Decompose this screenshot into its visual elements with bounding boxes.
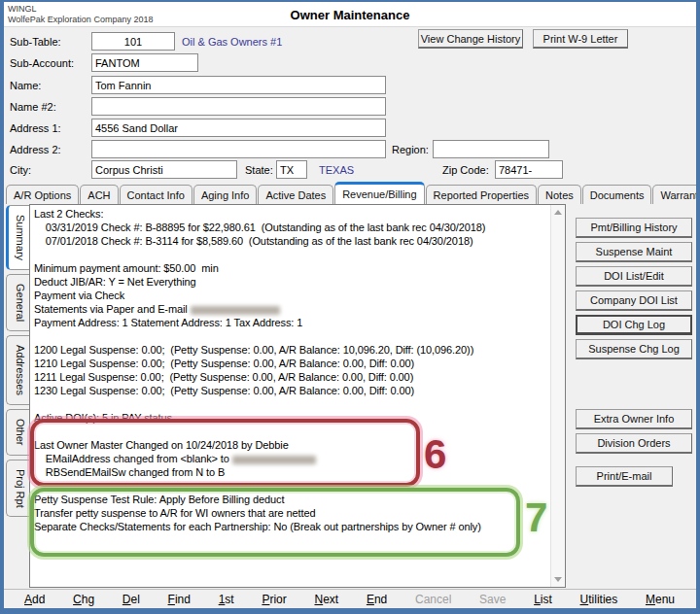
side-tab-summary[interactable]: Summary: [6, 205, 29, 270]
panel-line: Last Owner Master Changed on 10/24/2018 …: [34, 438, 548, 452]
doi-chg-log-button[interactable]: DOI Chg Log: [576, 315, 692, 335]
address2-input[interactable]: [91, 140, 386, 158]
panel-line: 03/31/2019 Check #: B-88895 for $22,980.…: [34, 221, 548, 234]
panel-line: [34, 425, 548, 438]
print-w9-letter-button[interactable]: Print W-9 Letter: [533, 29, 628, 49]
city-label: City:: [10, 164, 31, 176]
address2-label: Address 2:: [10, 144, 61, 155]
menu-del[interactable]: Del: [122, 593, 140, 606]
panel-line: 07/01/2018 Check #: B-3114 for $8,589.60…: [34, 234, 548, 248]
email-change-text: EMailAddress changed from <blank> to: [34, 453, 232, 464]
title-bar: WINGL WolfePak Exploration Company 2018 …: [4, 2, 696, 27]
window-title: Owner Maintenance: [4, 8, 696, 22]
menu-save: Save: [479, 593, 506, 606]
tab-ar-options[interactable]: A/R Options: [6, 185, 79, 204]
company-doi-list-button[interactable]: Company DOI List: [576, 290, 692, 311]
panel-line: [34, 397, 548, 411]
panel-line: 1230 Legal Suspense: 0.00; (Petty Suspen…: [34, 384, 548, 397]
state-label: State:: [245, 164, 273, 176]
menu-cancel: Cancel: [415, 593, 451, 606]
revenue-billing-panel: Last 2 Checks: 03/31/2019 Check #: B-888…: [29, 204, 566, 588]
print-email-button[interactable]: Print/E-mail: [576, 466, 673, 487]
panel-line: 1211 Legal Suspense: 0.00; (Petty Suspen…: [34, 370, 548, 384]
panel-line: [34, 329, 548, 343]
panel-line-email: Statements via Paper and E-mail: [34, 302, 548, 316]
zip-code-input[interactable]: [495, 160, 563, 179]
panel-line-email-change: EMailAddress changed from <blank> to: [34, 452, 548, 465]
tab-contact-info[interactable]: Contact Info: [120, 185, 192, 204]
summary-text: Last 2 Checks: 03/31/2019 Check #: B-888…: [34, 207, 548, 533]
sub-account-label: Sub-Account:: [10, 57, 74, 69]
redacted-email: [191, 306, 280, 315]
menu-list[interactable]: List: [534, 593, 552, 606]
panel-line: [34, 479, 548, 493]
zip-code-label: Zip Code:: [442, 164, 489, 176]
side-tab-addresses[interactable]: Addresses: [6, 335, 29, 405]
panel-line: [34, 248, 548, 261]
sub-table-input[interactable]: [91, 32, 175, 51]
side-tab-general[interactable]: General: [6, 274, 29, 331]
suspense-chg-log-button[interactable]: Suspense Chg Log: [576, 339, 692, 359]
panel-line: Last 2 Checks:: [34, 207, 548, 221]
tab-documents[interactable]: Documents: [582, 185, 652, 204]
address1-label: Address 1:: [10, 122, 61, 134]
name2-label: Name #2:: [10, 101, 56, 113]
region-label: Region:: [392, 144, 429, 155]
tab-active-dates[interactable]: Active Dates: [258, 185, 333, 204]
vertical-scrollbar[interactable]: [550, 205, 565, 587]
panel-line: Separate Checks/Statements for each Part…: [34, 520, 548, 533]
menu-menu[interactable]: Menu: [646, 593, 675, 606]
side-tab-proj-rpt[interactable]: Proj Rpt: [6, 460, 29, 518]
redacted-email: [232, 456, 316, 464]
menu-1st[interactable]: 1st: [219, 593, 234, 606]
suspense-maint-button[interactable]: Suspense Maint: [576, 242, 692, 262]
menu-add[interactable]: Add: [24, 593, 45, 606]
bottom-menu-bar: Add Chg Del Find 1st Prior Next End Canc…: [4, 589, 696, 608]
division-orders-button[interactable]: Division Orders: [576, 433, 692, 454]
menu-utilities[interactable]: Utilities: [580, 593, 618, 606]
tab-warrant[interactable]: Warrant: [652, 185, 700, 204]
view-change-history-button[interactable]: View Change History: [418, 29, 523, 49]
panel-line: Payment via Check: [34, 289, 548, 302]
sub-table-label: Sub-Table:: [10, 36, 61, 48]
tab-ach[interactable]: ACH: [80, 185, 118, 204]
doi-list-edit-button[interactable]: DOI List/Edit: [576, 266, 692, 287]
name2-input[interactable]: [91, 97, 386, 116]
panel-line: Transfer petty suspense to A/R for WI ow…: [34, 506, 548, 520]
menu-next[interactable]: Next: [314, 593, 338, 606]
panel-line: Minimum payment amount: $50.00 min: [34, 261, 548, 275]
state-input[interactable]: [276, 160, 307, 179]
panel-line: 1200 Legal Suspense: 0.00; (Petty Suspen…: [34, 343, 548, 357]
owner-maintenance-window: WINGL WolfePak Exploration Company 2018 …: [0, 0, 700, 614]
tab-aging-info[interactable]: Aging Info: [193, 185, 258, 204]
panel-line: Petty Suspense Test Rule: Apply Before B…: [34, 493, 548, 506]
panel-line: Active DOI(s): 5 in PAY status.: [34, 411, 548, 425]
name-input[interactable]: [91, 76, 386, 94]
tab-revenue-billing[interactable]: Revenue/Billing: [334, 182, 424, 204]
statements-text: Statements via Paper and E-mail: [34, 303, 191, 315]
city-input[interactable]: [91, 160, 237, 179]
sub-table-description: Oil & Gas Owners #1: [182, 36, 282, 48]
tab-notes[interactable]: Notes: [538, 185, 581, 204]
sub-account-input[interactable]: [91, 53, 198, 72]
scroll-down-icon[interactable]: [554, 577, 562, 582]
panel-line: Payment Address: 1 Statement Address: 1 …: [34, 316, 548, 329]
menu-prior[interactable]: Prior: [262, 593, 286, 606]
panel-line: Deduct JIB/AR: Y = Net Everything: [34, 275, 548, 289]
panel-line: 1210 Legal Suspense: 0.00; (Petty Suspen…: [34, 357, 548, 370]
side-tab-other[interactable]: Other: [6, 409, 29, 456]
address1-input[interactable]: [91, 119, 386, 137]
state-description: TEXAS: [319, 164, 354, 176]
tab-strip: A/R Options ACH Contact Info Aging Info …: [6, 182, 694, 204]
extra-owner-info-button[interactable]: Extra Owner Info: [576, 409, 692, 429]
region-input[interactable]: [433, 140, 549, 158]
tab-reported-properties[interactable]: Reported Properties: [426, 185, 537, 204]
panel-line: RBSendEMailSw changed from N to B: [34, 465, 548, 479]
menu-end[interactable]: End: [367, 593, 387, 606]
scroll-up-icon[interactable]: [554, 210, 562, 215]
menu-find[interactable]: Find: [168, 593, 191, 606]
side-button-column: Pmt/Billing History Suspense Maint DOI L…: [576, 218, 692, 491]
pmt-billing-history-button[interactable]: Pmt/Billing History: [576, 218, 692, 238]
side-tab-strip: Summary General Addresses Other Proj Rpt: [6, 205, 29, 521]
menu-chg[interactable]: Chg: [73, 593, 94, 606]
